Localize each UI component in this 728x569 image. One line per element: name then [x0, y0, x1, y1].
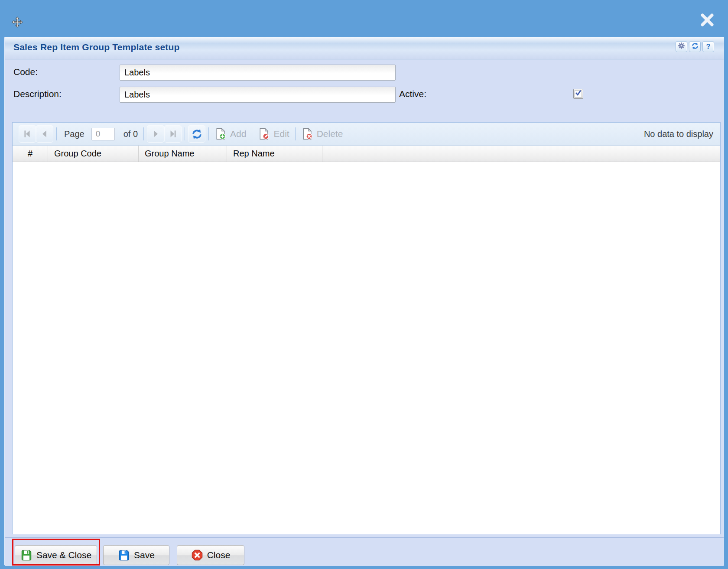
- delete-button-label: Delete: [317, 129, 343, 139]
- first-page-button[interactable]: [19, 125, 36, 143]
- save-and-close-button[interactable]: Save & Close: [15, 545, 97, 565]
- toolbar-separator: [143, 127, 144, 140]
- titlebar-tools: ?: [676, 41, 714, 52]
- save-button[interactable]: Save: [103, 545, 169, 565]
- active-checkbox[interactable]: [573, 89, 583, 99]
- edit-button[interactable]: Edit: [258, 128, 289, 140]
- next-page-button[interactable]: [147, 125, 164, 143]
- code-label: Code:: [13, 67, 38, 77]
- first-page-icon: [23, 129, 32, 139]
- column-header-number[interactable]: #: [13, 146, 48, 162]
- refresh-grid-icon: [191, 128, 203, 140]
- edit-button-label: Edit: [273, 129, 289, 139]
- settings-button[interactable]: [676, 41, 687, 52]
- toolbar-separator: [295, 127, 296, 140]
- save-and-close-label: Save & Close: [36, 550, 91, 560]
- dialog-titlebar: Sales Rep Item Group Template setup: [5, 37, 724, 60]
- toolbar-separator: [252, 127, 252, 140]
- move-cursor-icon: [12, 16, 23, 28]
- grid-toolbar: Page of 0: [13, 123, 720, 146]
- code-input[interactable]: [120, 65, 396, 81]
- column-header-filler: [322, 146, 720, 162]
- close-button[interactable]: Close: [177, 545, 244, 565]
- add-icon: [214, 128, 227, 140]
- page-title: Sales Rep Item Group Template setup: [13, 42, 180, 52]
- refresh-grid-button[interactable]: [188, 125, 205, 143]
- description-label: Description:: [13, 89, 62, 99]
- page-label: Page: [64, 129, 84, 139]
- refresh-icon: [691, 42, 699, 52]
- grid-header-row: # Group Code Group Name Rep Name: [13, 146, 720, 162]
- add-button[interactable]: Add: [214, 128, 246, 140]
- save-label: Save: [134, 550, 155, 560]
- screen: { "window": { "icons": { "move_cursor": …: [0, 0, 728, 569]
- refresh-button[interactable]: [689, 41, 701, 52]
- delete-icon: [301, 128, 313, 140]
- help-button[interactable]: ?: [702, 41, 714, 52]
- items-grid: Page of 0: [12, 122, 721, 534]
- toolbar-separator: [56, 127, 57, 140]
- active-checkbox-box: [575, 90, 582, 98]
- checkmark-icon: [575, 90, 582, 97]
- save-icon: [118, 549, 130, 561]
- delete-button[interactable]: Delete: [301, 128, 343, 140]
- close-icon[interactable]: [699, 11, 716, 29]
- save-and-close-icon: [20, 549, 32, 561]
- page-of-label: of 0: [124, 129, 138, 139]
- dialog-panel: Sales Rep Item Group Template setup: [4, 37, 724, 566]
- column-header-group-name[interactable]: Group Name: [139, 146, 227, 162]
- description-input[interactable]: [120, 87, 396, 103]
- toolbar-separator: [208, 127, 209, 140]
- grid-body-empty: [13, 162, 720, 534]
- prev-page-button[interactable]: [36, 125, 53, 143]
- last-page-button[interactable]: [164, 125, 182, 143]
- next-page-icon: [151, 129, 160, 139]
- page-number-input[interactable]: [91, 128, 115, 140]
- edit-icon: [258, 128, 270, 140]
- help-icon: ?: [706, 43, 711, 51]
- add-button-label: Add: [230, 129, 246, 139]
- grid-status-text: No data to display: [644, 129, 714, 139]
- toolbar-separator: [185, 127, 185, 140]
- column-header-rep-name[interactable]: Rep Name: [227, 146, 322, 162]
- active-label: Active:: [399, 89, 426, 99]
- close-button-label: Close: [207, 550, 231, 560]
- prev-page-icon: [40, 129, 49, 139]
- gear-icon: [678, 42, 685, 51]
- column-header-group-code[interactable]: Group Code: [48, 146, 139, 162]
- close-button-icon: [191, 549, 203, 561]
- last-page-icon: [168, 129, 178, 139]
